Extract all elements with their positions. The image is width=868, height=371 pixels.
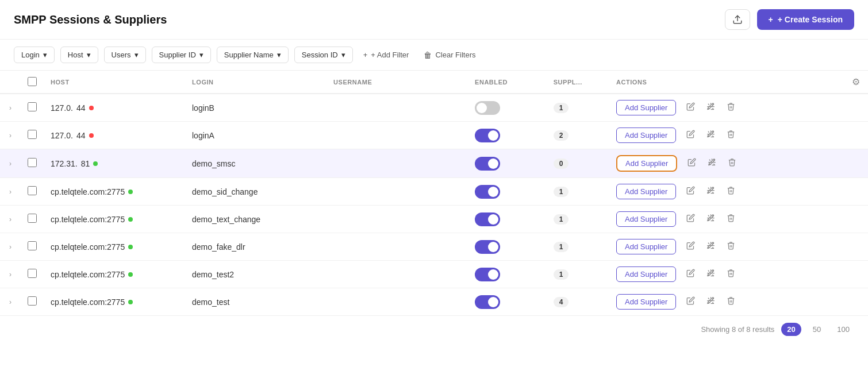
enabled-toggle[interactable]: [475, 185, 500, 199]
row-settings-cell: [845, 149, 868, 178]
table-settings-button[interactable]: ⚙: [852, 76, 860, 87]
suppl-badge: 2: [554, 130, 569, 141]
enabled-toggle[interactable]: [475, 268, 500, 281]
debug-button[interactable]: [705, 295, 716, 308]
add-supplier-button[interactable]: Add Supplier: [616, 184, 676, 199]
debug-button[interactable]: [705, 268, 716, 281]
add-supplier-button[interactable]: Add Supplier: [616, 211, 676, 227]
delete-button[interactable]: [725, 185, 736, 198]
enabled-toggle[interactable]: [475, 157, 500, 171]
debug-button[interactable]: [705, 240, 716, 253]
table-row: › cp.telqtele.com:2775 demo_text_change: [0, 206, 868, 233]
delete-button[interactable]: [725, 129, 736, 142]
row-checkbox[interactable]: [28, 102, 37, 111]
select-all-checkbox[interactable]: [28, 77, 37, 86]
edit-button[interactable]: [685, 101, 696, 114]
row-checkbox[interactable]: [28, 269, 37, 278]
debug-button[interactable]: [705, 185, 716, 198]
trash-icon: 🗑: [424, 51, 432, 60]
actions-cell: Add Supplier: [609, 261, 845, 288]
login-cell: demo_fake_dlr: [185, 233, 327, 261]
page-header: SMPP Sessions & Suppliers + + Create Ses…: [0, 0, 868, 40]
filter-host[interactable]: Host ▾: [60, 47, 98, 63]
row-checkbox[interactable]: [28, 130, 37, 139]
page-size-100[interactable]: 100: [832, 323, 854, 336]
enabled-cell: [468, 149, 547, 178]
actions-cell: Add Supplier: [609, 94, 845, 122]
row-checkbox[interactable]: [28, 241, 37, 250]
clear-filters-button[interactable]: 🗑 Clear Filters: [419, 47, 480, 63]
row-settings-cell: [845, 122, 868, 149]
add-supplier-button[interactable]: Add Supplier: [616, 239, 676, 254]
debug-button[interactable]: [706, 157, 717, 170]
expand-row-button[interactable]: ›: [7, 242, 14, 252]
add-supplier-button[interactable]: Add Supplier: [616, 266, 676, 282]
suppl-badge: 1: [554, 269, 569, 280]
delete-button[interactable]: [725, 212, 736, 226]
enabled-toggle[interactable]: [475, 129, 500, 142]
edit-button[interactable]: [685, 185, 696, 198]
table-row: › 172.31. 81 demo_smsc: [0, 149, 868, 178]
expand-row-button[interactable]: ›: [7, 159, 14, 169]
col-suppl-header: SUPPL...: [547, 71, 609, 94]
row-checkbox[interactable]: [28, 296, 37, 306]
expand-row-button[interactable]: ›: [7, 103, 14, 113]
delete-button[interactable]: [725, 101, 736, 114]
row-settings-cell: [845, 288, 868, 316]
suppl-badge: 1: [554, 187, 569, 197]
edit-button[interactable]: [685, 212, 696, 226]
expand-row-button[interactable]: ›: [7, 187, 14, 197]
filter-session-id[interactable]: Session ID ▾: [294, 47, 353, 63]
delete-button[interactable]: [727, 157, 738, 170]
create-session-button[interactable]: + + Create Session: [757, 9, 854, 30]
filter-supplier-id[interactable]: Supplier ID ▾: [152, 47, 211, 63]
host-cell: cp.telqtele.com:2775: [44, 206, 185, 233]
table-footer: Showing 8 of 8 results 20 50 100: [0, 316, 868, 343]
add-supplier-button[interactable]: Add Supplier: [616, 294, 676, 310]
chevron-down-icon: ▾: [43, 51, 47, 59]
edit-button[interactable]: [686, 157, 697, 170]
debug-button[interactable]: [705, 101, 716, 114]
filter-login[interactable]: Login ▾: [14, 47, 55, 63]
add-supplier-button[interactable]: Add Supplier: [616, 155, 677, 172]
add-filter-button[interactable]: + + Add Filter: [359, 47, 414, 63]
add-supplier-button[interactable]: Add Supplier: [616, 127, 676, 143]
page-size-50[interactable]: 50: [808, 323, 825, 336]
host-text: cp.telqtele.com:2775: [51, 215, 125, 224]
status-dot: [89, 106, 94, 110]
table-row: › 127.0. 44 loginB 1: [0, 94, 868, 122]
delete-button[interactable]: [725, 240, 736, 253]
expand-row-button[interactable]: ›: [7, 297, 14, 307]
enabled-cell: [468, 122, 547, 149]
edit-button[interactable]: [685, 240, 696, 253]
host-cell: cp.telqtele.com:2775: [44, 178, 185, 206]
login-cell: demo_sid_change: [185, 178, 327, 206]
add-supplier-button[interactable]: Add Supplier: [616, 100, 676, 115]
suppl-cell: 1: [547, 233, 609, 261]
enabled-toggle[interactable]: [475, 295, 500, 309]
filter-supplier-name[interactable]: Supplier Name ▾: [217, 47, 289, 63]
page-size-20[interactable]: 20: [781, 323, 801, 336]
enabled-toggle[interactable]: [475, 101, 500, 115]
filter-users[interactable]: Users ▾: [104, 47, 146, 63]
expand-row-button[interactable]: ›: [7, 269, 14, 280]
host-cell: 172.31. 81: [44, 149, 185, 178]
row-settings-cell: [845, 94, 868, 122]
export-button[interactable]: [725, 9, 750, 30]
expand-row-button[interactable]: ›: [7, 214, 14, 225]
edit-button[interactable]: [685, 129, 696, 142]
expand-row-button[interactable]: ›: [7, 130, 14, 141]
edit-button[interactable]: [685, 295, 696, 308]
edit-button[interactable]: [685, 268, 696, 281]
row-checkbox[interactable]: [28, 214, 37, 223]
suppl-cell: 1: [547, 206, 609, 233]
enabled-toggle[interactable]: [475, 212, 500, 226]
debug-button[interactable]: [705, 212, 716, 226]
debug-button[interactable]: [705, 129, 716, 142]
delete-button[interactable]: [725, 268, 736, 281]
enabled-toggle[interactable]: [475, 240, 500, 254]
row-checkbox[interactable]: [28, 158, 37, 167]
table-row: › cp.telqtele.com:2775 demo_fake_dlr: [0, 233, 868, 261]
row-checkbox[interactable]: [28, 186, 37, 195]
delete-button[interactable]: [725, 295, 736, 308]
